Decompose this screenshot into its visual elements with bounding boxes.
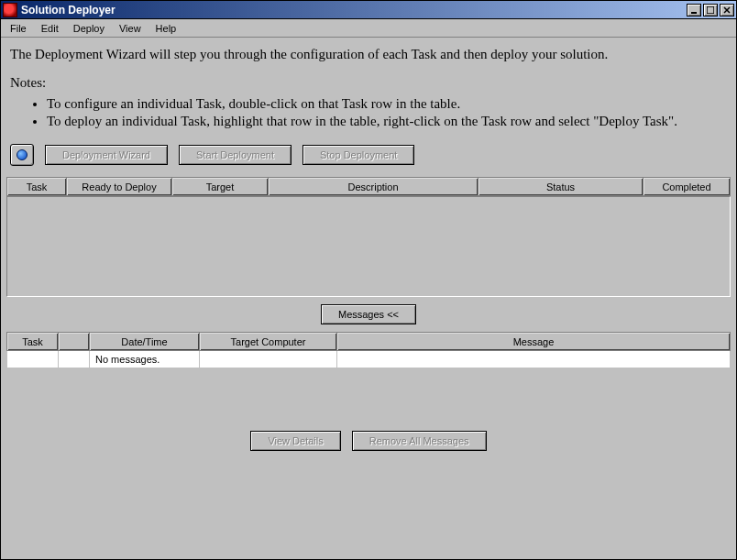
msgs-cell-datetime: No messages.	[90, 351, 200, 368]
window-title: Solution Deployer	[21, 4, 687, 16]
titlebar: Solution Deployer	[1, 1, 736, 19]
notes-label: Notes:	[10, 75, 727, 91]
view-details-button[interactable]: View Details	[250, 431, 340, 451]
task-col-status[interactable]: Status	[478, 178, 644, 196]
msgs-col-icon[interactable]	[59, 333, 90, 351]
messages-table-body-filler	[6, 368, 731, 423]
status-indicator[interactable]	[10, 144, 34, 166]
menu-view[interactable]: View	[114, 21, 147, 36]
bottom-bar: View Details Remove All Messages	[1, 423, 736, 460]
close-icon	[723, 6, 731, 14]
task-col-task[interactable]: Task	[7, 178, 67, 196]
task-col-completed[interactable]: Completed	[644, 178, 731, 196]
remove-all-messages-button[interactable]: Remove All Messages	[352, 431, 487, 451]
minimize-icon	[690, 6, 698, 14]
task-col-description[interactable]: Description	[269, 178, 478, 196]
close-button[interactable]	[720, 4, 734, 16]
msgs-col-message[interactable]: Message	[337, 333, 731, 351]
msgs-cell-icon	[59, 351, 90, 368]
menu-help[interactable]: Help	[150, 21, 182, 36]
messages-table-area: Task Date/Time Target Computer Message N…	[1, 332, 736, 423]
msgs-cell-task	[7, 351, 59, 368]
deployment-wizard-button[interactable]: Deployment Wizard	[45, 145, 168, 165]
menu-deploy[interactable]: Deploy	[68, 21, 110, 36]
menu-file[interactable]: File	[5, 21, 32, 36]
messages-toggle-bar: Messages <<	[1, 297, 736, 332]
window-controls	[687, 4, 734, 16]
notes-list: To configure an individual Task, double-…	[47, 96, 727, 129]
toolbar: Deployment Wizard Start Deployment Stop …	[1, 138, 736, 177]
table-row[interactable]: No messages.	[7, 351, 731, 368]
svg-rect-1	[707, 6, 714, 14]
app-icon	[3, 3, 17, 17]
svg-rect-0	[691, 12, 697, 14]
app-window: Solution Deployer File Edit Deploy View …	[0, 0, 737, 560]
msgs-col-target[interactable]: Target Computer	[200, 333, 337, 351]
task-col-ready[interactable]: Ready to Deploy	[67, 178, 172, 196]
messages-toggle-button[interactable]: Messages <<	[321, 304, 416, 324]
menu-edit[interactable]: Edit	[36, 21, 64, 36]
msgs-cell-target	[200, 351, 337, 368]
msgs-col-task[interactable]: Task	[7, 333, 59, 351]
msgs-cell-message	[337, 351, 731, 368]
minimize-button[interactable]	[687, 4, 701, 16]
stop-deployment-button[interactable]: Stop Deployment	[302, 145, 414, 165]
task-table-area: Task Ready to Deploy Target Description …	[1, 177, 736, 297]
messages-table[interactable]: Task Date/Time Target Computer Message N…	[6, 332, 731, 368]
note-item-1: To configure an individual Task, double-…	[47, 96, 727, 112]
task-table[interactable]: Task Ready to Deploy Target Description …	[6, 177, 731, 196]
note-item-2: To deploy an individual Task, highlight …	[47, 114, 727, 129]
content-text: The Deployment Wizard will step you thro…	[1, 38, 736, 138]
msgs-col-datetime[interactable]: Date/Time	[90, 333, 200, 351]
maximize-icon	[707, 6, 714, 14]
task-table-body-empty	[6, 196, 731, 297]
intro-text: The Deployment Wizard will step you thro…	[10, 47, 727, 62]
maximize-button[interactable]	[703, 4, 718, 16]
start-deployment-button[interactable]: Start Deployment	[179, 145, 292, 165]
menubar: File Edit Deploy View Help	[1, 19, 736, 38]
status-led-icon	[16, 149, 28, 160]
task-col-target[interactable]: Target	[172, 178, 269, 196]
